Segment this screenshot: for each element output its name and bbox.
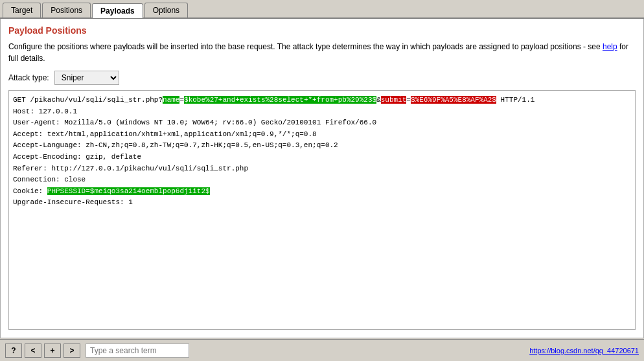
request-line-1: GET /pikachu/vul/sqli/sqli_str.php?name=… (13, 95, 631, 106)
description: Configure the positions where payloads w… (8, 41, 636, 64)
help-button[interactable]: ? (5, 344, 22, 358)
request-line-5: Accept-Language: zh-CN,zh;q=0.8,zh-TW;q=… (13, 140, 631, 152)
request-line-4: Accept: text/html,application/xhtml+xml,… (13, 129, 631, 141)
param-value-highlight: $kobe%27+and+exists%28select+*+from+pb%2… (184, 96, 376, 104)
attack-type-row: Attack type: Sniper (8, 71, 636, 85)
tab-payloads[interactable]: Payloads (92, 3, 143, 18)
request-line-7: Referer: http://127.0.0.1/pikachu/vul/sq… (13, 163, 631, 175)
bottom-bar: ? < + > https://blog.csdn.net/qq_4472067… (0, 339, 644, 361)
request-editor[interactable]: GET /pikachu/vul/sqli/sqli_str.php?name=… (8, 90, 636, 330)
request-line-10: Upgrade-Insecure-Requests: 1 (13, 197, 631, 209)
help-link[interactable]: help (603, 42, 617, 51)
attack-type-select[interactable]: Sniper (54, 71, 119, 85)
next-button[interactable]: + (44, 344, 61, 358)
back-button[interactable]: < (25, 344, 41, 358)
search-input[interactable] (86, 344, 189, 358)
main-content: Payload Positions Configure the position… (0, 19, 644, 338)
tab-positions[interactable]: Positions (42, 3, 91, 17)
request-line-2: Host: 127.0.0.1 (13, 106, 631, 118)
request-line-8: Connection: close (13, 174, 631, 186)
request-line-3: User-Agent: Mozilla/5.0 (Windows NT 10.0… (13, 117, 631, 129)
submit-value-highlight: $%E6%9F%A5%E8%AF%A2$ (411, 96, 496, 104)
tab-target[interactable]: Target (3, 3, 41, 17)
tab-options[interactable]: Options (144, 3, 188, 17)
bottom-url[interactable]: https://blog.csdn.net/qq_44720671 (529, 347, 639, 355)
request-line-6: Accept-Encoding: gzip, deflate (13, 152, 631, 163)
param-name-highlight: name (163, 96, 179, 104)
tab-bar: Target Positions Payloads Options (0, 0, 644, 19)
section-title: Payload Positions (8, 25, 636, 36)
cookie-highlight: PHPSESSID=$meiqo3sa2i4oemblpop6dj1it2$ (47, 187, 210, 195)
forward-button[interactable]: > (63, 344, 80, 358)
attack-type-label: Attack type: (8, 73, 49, 82)
request-line-9: Cookie: PHPSESSID=$meiqo3sa2i4oemblpop6d… (13, 186, 631, 198)
submit-param-highlight: submit (381, 96, 407, 104)
